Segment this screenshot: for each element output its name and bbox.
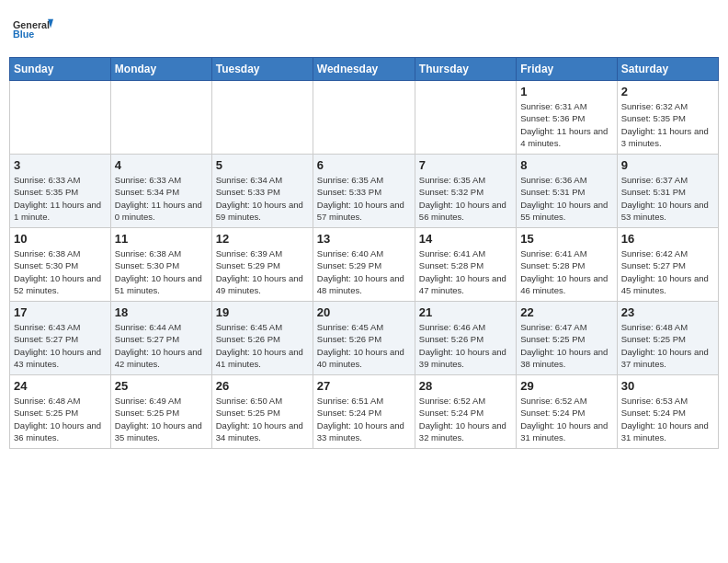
day-info: Sunrise: 6:44 AM Sunset: 5:27 PM Dayligh…: [115, 321, 208, 370]
calendar-cell: 18Sunrise: 6:44 AM Sunset: 5:27 PM Dayli…: [110, 302, 211, 375]
calendar-week-4: 17Sunrise: 6:43 AM Sunset: 5:27 PM Dayli…: [10, 302, 719, 375]
day-info: Sunrise: 6:43 AM Sunset: 5:27 PM Dayligh…: [14, 321, 107, 370]
day-info: Sunrise: 6:34 AM Sunset: 5:33 PM Dayligh…: [216, 174, 309, 223]
day-number: 1: [520, 85, 612, 98]
day-number: 9: [621, 158, 714, 172]
day-number: 5: [216, 158, 309, 172]
day-info: Sunrise: 6:51 AM Sunset: 5:24 PM Dayligh…: [317, 395, 411, 443]
day-info: Sunrise: 6:38 AM Sunset: 5:30 PM Dayligh…: [115, 247, 208, 296]
svg-text:General: General: [13, 19, 50, 30]
day-info: Sunrise: 6:48 AM Sunset: 5:25 PM Dayligh…: [621, 321, 714, 370]
day-info: Sunrise: 6:45 AM Sunset: 5:26 PM Dayligh…: [317, 321, 411, 370]
day-number: 25: [115, 379, 208, 393]
calendar-cell: 15Sunrise: 6:41 AM Sunset: 5:28 PM Dayli…: [517, 228, 617, 302]
day-number: 21: [419, 305, 512, 319]
calendar-cell: 25Sunrise: 6:49 AM Sunset: 5:25 PM Dayli…: [110, 375, 211, 449]
day-info: Sunrise: 6:52 AM Sunset: 5:24 PM Dayligh…: [520, 395, 612, 443]
col-header-sunday: Sunday: [10, 58, 111, 81]
calendar-cell: 8Sunrise: 6:36 AM Sunset: 5:31 PM Daylig…: [517, 155, 617, 228]
day-number: 2: [621, 85, 714, 98]
calendar-cell: 11Sunrise: 6:38 AM Sunset: 5:30 PM Dayli…: [110, 228, 211, 302]
col-header-tuesday: Tuesday: [211, 58, 313, 81]
day-info: Sunrise: 6:38 AM Sunset: 5:30 PM Dayligh…: [14, 247, 107, 296]
day-number: 8: [520, 158, 612, 172]
calendar-cell: 2Sunrise: 6:32 AM Sunset: 5:35 PM Daylig…: [617, 81, 718, 155]
calendar-cell: 16Sunrise: 6:42 AM Sunset: 5:27 PM Dayli…: [617, 228, 718, 302]
day-number: 13: [317, 232, 411, 246]
day-number: 18: [115, 305, 208, 319]
day-info: Sunrise: 6:53 AM Sunset: 5:24 PM Dayligh…: [621, 395, 714, 443]
calendar-week-5: 24Sunrise: 6:48 AM Sunset: 5:25 PM Dayli…: [10, 375, 719, 449]
day-number: 27: [317, 379, 411, 393]
calendar-cell: 22Sunrise: 6:47 AM Sunset: 5:25 PM Dayli…: [517, 302, 617, 375]
day-info: Sunrise: 6:33 AM Sunset: 5:34 PM Dayligh…: [115, 174, 208, 223]
calendar-cell: 1Sunrise: 6:31 AM Sunset: 5:36 PM Daylig…: [517, 81, 617, 155]
day-info: Sunrise: 6:47 AM Sunset: 5:25 PM Dayligh…: [520, 321, 612, 370]
calendar-cell: 29Sunrise: 6:52 AM Sunset: 5:24 PM Dayli…: [517, 375, 617, 449]
day-info: Sunrise: 6:41 AM Sunset: 5:28 PM Dayligh…: [419, 247, 512, 296]
calendar-cell: [110, 81, 211, 155]
calendar-cell: 30Sunrise: 6:53 AM Sunset: 5:24 PM Dayli…: [617, 375, 718, 449]
calendar-week-1: 1Sunrise: 6:31 AM Sunset: 5:36 PM Daylig…: [10, 81, 719, 155]
calendar-cell: 3Sunrise: 6:33 AM Sunset: 5:35 PM Daylig…: [10, 155, 111, 228]
day-number: 28: [419, 379, 512, 393]
day-number: 7: [419, 158, 512, 172]
day-number: 14: [419, 232, 512, 246]
calendar-table: SundayMondayTuesdayWednesdayThursdayFrid…: [9, 57, 719, 449]
col-header-monday: Monday: [110, 58, 211, 81]
day-info: Sunrise: 6:32 AM Sunset: 5:35 PM Dayligh…: [621, 100, 714, 149]
col-header-saturday: Saturday: [617, 58, 718, 81]
day-info: Sunrise: 6:31 AM Sunset: 5:36 PM Dayligh…: [520, 100, 612, 149]
day-info: Sunrise: 6:45 AM Sunset: 5:26 PM Dayligh…: [216, 321, 309, 370]
day-info: Sunrise: 6:49 AM Sunset: 5:25 PM Dayligh…: [115, 395, 208, 443]
day-number: 24: [14, 379, 107, 393]
day-info: Sunrise: 6:46 AM Sunset: 5:26 PM Dayligh…: [419, 321, 512, 370]
calendar-cell: 27Sunrise: 6:51 AM Sunset: 5:24 PM Dayli…: [313, 375, 415, 449]
calendar-cell: 4Sunrise: 6:33 AM Sunset: 5:34 PM Daylig…: [110, 155, 211, 228]
day-info: Sunrise: 6:39 AM Sunset: 5:29 PM Dayligh…: [216, 247, 309, 296]
day-number: 17: [14, 305, 107, 319]
calendar-cell: 5Sunrise: 6:34 AM Sunset: 5:33 PM Daylig…: [211, 155, 313, 228]
col-header-wednesday: Wednesday: [313, 58, 415, 81]
calendar-cell: 13Sunrise: 6:40 AM Sunset: 5:29 PM Dayli…: [313, 228, 415, 302]
day-number: 6: [317, 158, 411, 172]
day-number: 12: [216, 232, 309, 246]
day-info: Sunrise: 6:42 AM Sunset: 5:27 PM Dayligh…: [621, 247, 714, 296]
day-number: 3: [14, 158, 107, 172]
calendar-week-2: 3Sunrise: 6:33 AM Sunset: 5:35 PM Daylig…: [10, 155, 719, 228]
logo-svg: General Blue: [13, 9, 53, 50]
day-info: Sunrise: 6:40 AM Sunset: 5:29 PM Dayligh…: [317, 247, 411, 296]
calendar-cell: [211, 81, 313, 155]
calendar-cell: 9Sunrise: 6:37 AM Sunset: 5:31 PM Daylig…: [617, 155, 718, 228]
calendar-cell: [415, 81, 516, 155]
calendar-cell: 21Sunrise: 6:46 AM Sunset: 5:26 PM Dayli…: [415, 302, 516, 375]
day-info: Sunrise: 6:35 AM Sunset: 5:32 PM Dayligh…: [419, 174, 512, 223]
calendar-cell: 14Sunrise: 6:41 AM Sunset: 5:28 PM Dayli…: [415, 228, 516, 302]
day-number: 4: [115, 158, 208, 172]
calendar-cell: 12Sunrise: 6:39 AM Sunset: 5:29 PM Dayli…: [211, 228, 313, 302]
day-number: 20: [317, 305, 411, 319]
day-number: 19: [216, 305, 309, 319]
page-header: General Blue: [9, 9, 719, 50]
svg-text:Blue: Blue: [13, 29, 34, 40]
day-number: 11: [115, 232, 208, 246]
col-header-friday: Friday: [517, 58, 617, 81]
day-number: 30: [621, 379, 714, 393]
calendar-cell: 19Sunrise: 6:45 AM Sunset: 5:26 PM Dayli…: [211, 302, 313, 375]
day-number: 23: [621, 305, 714, 319]
day-number: 26: [216, 379, 309, 393]
day-number: 16: [621, 232, 714, 246]
calendar-cell: 26Sunrise: 6:50 AM Sunset: 5:25 PM Dayli…: [211, 375, 313, 449]
day-info: Sunrise: 6:41 AM Sunset: 5:28 PM Dayligh…: [520, 247, 612, 296]
calendar-cell: 24Sunrise: 6:48 AM Sunset: 5:25 PM Dayli…: [10, 375, 111, 449]
day-info: Sunrise: 6:35 AM Sunset: 5:33 PM Dayligh…: [317, 174, 411, 223]
day-info: Sunrise: 6:33 AM Sunset: 5:35 PM Dayligh…: [14, 174, 107, 223]
logo: General Blue: [13, 9, 53, 50]
day-number: 15: [520, 232, 612, 246]
day-info: Sunrise: 6:50 AM Sunset: 5:25 PM Dayligh…: [216, 395, 309, 443]
calendar-cell: [313, 81, 415, 155]
calendar-cell: [10, 81, 111, 155]
calendar-cell: 17Sunrise: 6:43 AM Sunset: 5:27 PM Dayli…: [10, 302, 111, 375]
day-info: Sunrise: 6:52 AM Sunset: 5:24 PM Dayligh…: [419, 395, 512, 443]
calendar-cell: 7Sunrise: 6:35 AM Sunset: 5:32 PM Daylig…: [415, 155, 516, 228]
